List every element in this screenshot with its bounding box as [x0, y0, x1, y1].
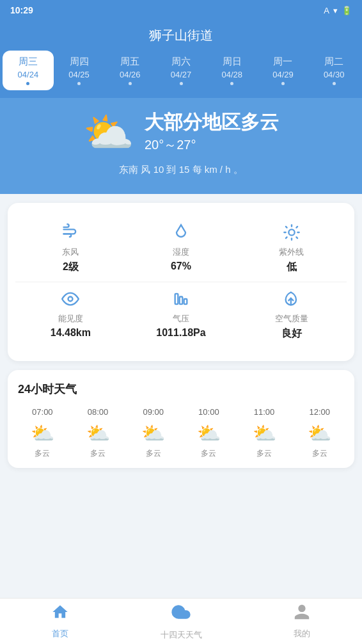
stat-item: 气压 1011.18Pa — [126, 282, 237, 348]
svg-rect-10 — [175, 294, 178, 304]
svg-line-4 — [296, 237, 297, 238]
stat-label: 能见度 — [58, 313, 83, 325]
week-day-item[interactable]: 周日 04/28 — [207, 51, 258, 90]
hourly-item: 07:00 ⛅ 多云 — [15, 407, 70, 459]
stat-item: 空气质量 良好 — [236, 282, 347, 348]
week-date-label: 04/27 — [171, 70, 192, 79]
hourly-item: 09:00 ⛅ 多云 — [126, 407, 180, 459]
week-day-item[interactable]: 周三 04/24 — [3, 51, 54, 90]
svg-rect-12 — [184, 299, 187, 304]
svg-line-7 — [286, 237, 287, 238]
stat-value: 2级 — [63, 261, 79, 274]
svg-point-9 — [68, 297, 73, 302]
week-day-item[interactable]: 周二 04/30 — [308, 51, 359, 90]
week-day-label: 周三 — [19, 56, 38, 68]
weather-wind: 东南 风 10 到 15 每 km / h 。 — [119, 164, 242, 176]
week-day-item[interactable]: 周四 04/25 — [54, 51, 105, 90]
hourly-item: 10:00 ⛅ 多云 — [182, 407, 236, 459]
week-day-label: 周六 — [171, 56, 191, 68]
svg-point-0 — [288, 229, 294, 235]
hourly-weather-icon: ⛅ — [253, 422, 276, 444]
nav-label: 十四天天气 — [161, 629, 202, 641]
nav-icon-cloud — [171, 602, 191, 627]
stat-item: 湿度 67% — [126, 216, 237, 282]
hourly-item: 11:00 ⛅ 多云 — [237, 407, 292, 459]
hourly-time: 08:00 — [88, 407, 109, 417]
week-day-label: 周四 — [70, 56, 89, 68]
week-day-item[interactable]: 周六 04/27 — [155, 51, 207, 90]
hourly-desc: 多云 — [90, 448, 106, 459]
week-selector: 周三 04/24 周四 04/25 周五 04/26 周六 04/27 周日 0… — [0, 51, 362, 98]
hourly-item: 08:00 ⛅ 多云 — [71, 407, 125, 459]
hourly-desc: 多云 — [312, 448, 327, 459]
weather-description: 大部分地区多云 — [145, 111, 279, 134]
nav-item-profile[interactable]: 我的 — [241, 598, 362, 644]
hourly-weather-icon: ⛅ — [197, 422, 221, 444]
hourly-list: 07:00 ⛅ 多云 08:00 ⛅ 多云 09:00 ⛅ 多云 10:00 ⛅… — [15, 407, 347, 468]
stat-icon-eye — [61, 290, 79, 308]
hourly-time: 09:00 — [143, 407, 164, 417]
nav-item-forecast[interactable]: 十四天天气 — [121, 597, 242, 644]
week-date-label: 04/24 — [18, 70, 39, 79]
stat-value: 14.48km — [51, 327, 91, 339]
hourly-weather-icon: ⛅ — [86, 422, 110, 444]
week-date-label: 04/30 — [324, 70, 345, 79]
status-icons: A ▾ 🔋 — [324, 6, 352, 15]
week-dot — [230, 82, 233, 85]
week-dot — [77, 82, 81, 85]
wifi-icon: ▾ — [333, 6, 338, 15]
page-title: 狮子山街道 — [0, 27, 362, 51]
week-day-label: 周五 — [120, 56, 139, 68]
weather-main: ⛅ 大部分地区多云 20°～27° 东南 风 10 到 15 每 km / h … — [0, 98, 362, 194]
nav-label: 首页 — [52, 628, 68, 640]
week-day-item[interactable]: 周一 04/29 — [258, 51, 309, 90]
status-bar: 10:29 A ▾ 🔋 — [0, 0, 362, 20]
hourly-card: 24小时天气 07:00 ⛅ 多云 08:00 ⛅ 多云 09:00 ⛅ 多云 … — [8, 370, 354, 468]
stat-item: 东风 2级 — [15, 216, 126, 282]
week-dot — [180, 82, 183, 85]
hourly-title: 24小时天气 — [15, 382, 347, 397]
week-date-label: 04/28 — [221, 70, 242, 79]
nav-icon-home — [51, 603, 69, 625]
status-time: 10:29 — [10, 5, 33, 15]
hourly-desc: 多云 — [256, 448, 272, 459]
hourly-weather-icon: ⛅ — [308, 422, 331, 444]
nav-icon-person — [293, 603, 311, 625]
stat-value: 良好 — [281, 327, 302, 341]
hourly-time: 11:00 — [254, 407, 275, 417]
weather-temp-range: 20°～27° — [145, 136, 279, 154]
stat-icon-uv — [283, 223, 301, 241]
week-date-label: 04/29 — [272, 70, 294, 79]
header: 狮子山街道 周三 04/24 周四 04/25 周五 04/26 周六 04/2… — [0, 20, 362, 98]
stat-label: 空气质量 — [275, 313, 308, 325]
hourly-item: 12:00 ⛅ 多云 — [292, 407, 347, 459]
hourly-weather-icon: ⛅ — [31, 422, 54, 444]
svg-line-3 — [286, 227, 287, 228]
week-dot — [333, 82, 336, 85]
week-day-label: 周一 — [273, 56, 292, 68]
bottom-nav: 首页 十四天天气 我的 — [0, 598, 362, 644]
stat-value: 1011.18Pa — [156, 327, 205, 339]
stat-item: 能见度 14.48km — [15, 282, 126, 348]
stat-icon-wind — [61, 223, 79, 241]
network-icon: A — [324, 6, 329, 15]
stat-label: 东风 — [62, 246, 79, 258]
week-date-label: 04/26 — [120, 70, 141, 79]
week-day-label: 周二 — [324, 56, 343, 68]
stat-value: 低 — [287, 261, 297, 274]
nav-item-home[interactable]: 首页 — [0, 598, 121, 644]
stat-label: 紫外线 — [279, 246, 304, 258]
stat-icon-air — [283, 290, 301, 308]
battery-icon: 🔋 — [342, 6, 352, 15]
week-date-label: 04/25 — [68, 70, 90, 79]
week-day-item[interactable]: 周五 04/26 — [104, 51, 155, 90]
nav-label: 我的 — [294, 628, 310, 640]
hourly-desc: 多云 — [35, 448, 50, 459]
stat-label: 气压 — [173, 313, 189, 325]
hourly-time: 12:00 — [309, 407, 330, 417]
svg-line-8 — [296, 227, 297, 228]
stat-icon-pressure — [172, 290, 190, 308]
week-day-label: 周日 — [223, 56, 242, 68]
stat-label: 湿度 — [173, 246, 189, 258]
hourly-time: 10:00 — [198, 407, 219, 417]
